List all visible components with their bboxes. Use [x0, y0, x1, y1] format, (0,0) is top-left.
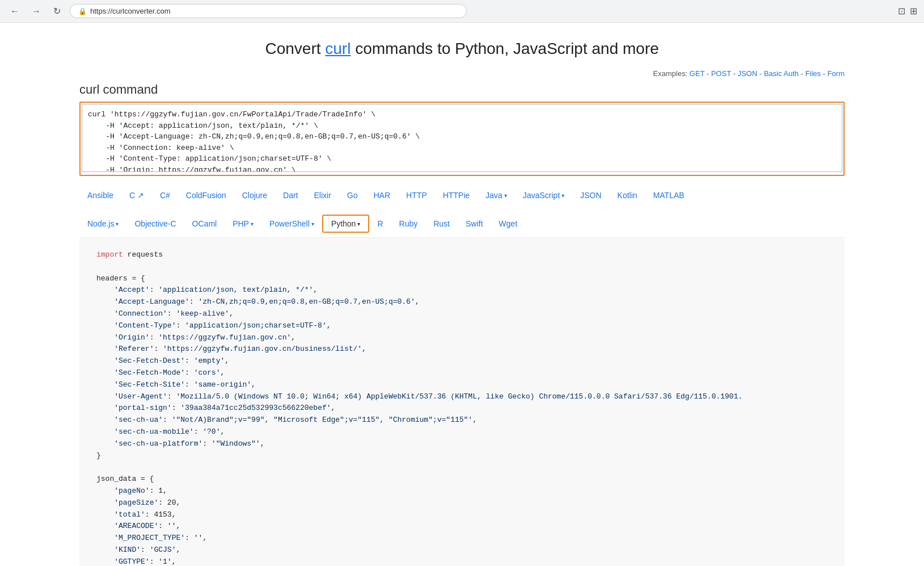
browser-actions: ⊡ ⊞ [898, 6, 917, 16]
back-button[interactable]: ← [7, 5, 23, 18]
browser-bar: ← → ↻ 🔒 https://curlconverter.com ⊡ ⊞ [0, 0, 924, 23]
curl-input-wrapper: curl 'https://ggzyfw.fujian.gov.cn/FwPor… [79, 102, 845, 176]
lang-tabs-row1: Ansible C ↗ C# ColdFusion Clojure Dart E… [79, 187, 845, 203]
example-post[interactable]: POST [711, 69, 731, 78]
curl-link[interactable]: curl [325, 40, 351, 57]
code-line-origin: 'Origin': 'https://ggzyfw.fujian.gov.cn'… [96, 332, 828, 344]
tab-ruby[interactable]: Ruby [391, 215, 426, 233]
tab-ocaml[interactable]: OCaml [184, 215, 225, 233]
page-content: Convert curl commands to Python, JavaScr… [0, 23, 924, 566]
tab-httpie[interactable]: HTTPie [435, 187, 478, 203]
tab-powershell[interactable]: PowerShell ▾ [261, 215, 322, 233]
code-line-sec-fetch-site: 'Sec-Fetch-Site': 'same-origin', [96, 379, 828, 391]
code-line-content-type: 'Content-Type': 'application/json;charse… [96, 320, 828, 332]
tab-json[interactable]: JSON [572, 187, 609, 203]
js-dropdown-arrow: ▾ [562, 192, 564, 199]
window-size-button[interactable]: ⊡ [898, 6, 905, 16]
example-json[interactable]: JSON [737, 69, 757, 78]
lang-tabs-row2: Node.js ▾ Objective-C OCaml PHP ▾ PowerS… [79, 215, 845, 233]
code-line-json-open: json_data = { [96, 473, 828, 485]
code-line-headers-open: headers = { [96, 273, 828, 285]
example-basic-auth[interactable]: Basic Auth [764, 69, 799, 78]
example-files[interactable]: Files [805, 69, 821, 78]
code-line-sec-ch-ua-platform: 'sec-ch-ua-platform': '"Windows"', [96, 438, 828, 450]
tab-wget[interactable]: Wget [491, 215, 525, 233]
tab-python[interactable]: Python ▾ [322, 215, 370, 233]
code-output: import requests headers = { 'Accept': 'a… [79, 237, 845, 566]
example-get[interactable]: GET [690, 69, 705, 78]
tab-nodejs[interactable]: Node.js ▾ [79, 215, 126, 233]
code-line-blank2 [96, 462, 828, 473]
tab-elixir[interactable]: Elixir [306, 187, 339, 203]
tab-objective-c[interactable]: Objective-C [126, 215, 184, 233]
code-line-total: 'total': 4153, [96, 509, 828, 521]
lock-icon: 🔒 [78, 7, 87, 15]
example-form[interactable]: Form [828, 69, 845, 78]
tab-ansible[interactable]: Ansible [79, 187, 121, 203]
curl-input[interactable]: curl 'https://ggzyfw.fujian.gov.cn/FwPor… [82, 104, 842, 172]
grid-button[interactable]: ⊞ [910, 6, 917, 16]
code-line-connection: 'Connection': 'keep-alive', [96, 308, 828, 320]
code-line-accept-lang: 'Accept-Language': 'zh-CN,zh;q=0.9,en;q=… [96, 296, 828, 308]
tab-matlab[interactable]: MATLAB [645, 187, 692, 203]
tab-http[interactable]: HTTP [398, 187, 435, 203]
code-line-sec-fetch-dest: 'Sec-Fetch-Dest': 'empty', [96, 355, 828, 367]
url-text: https://curlconverter.com [90, 7, 171, 15]
code-line-ggtype: 'GGTYPE': '1', [96, 556, 828, 566]
tab-java[interactable]: Java ▾ [478, 187, 515, 203]
nodejs-dropdown-arrow: ▾ [116, 221, 119, 227]
code-line-areacode: 'AREACODE': '', [96, 521, 828, 533]
code-line-headers-close: } [96, 450, 828, 462]
code-line-sec-ch-ua-mobile: 'sec-ch-ua-mobile': '?0', [96, 426, 828, 438]
tab-r[interactable]: R [369, 215, 391, 233]
code-line-sec-fetch-mode: 'Sec-Fetch-Mode': 'cors', [96, 367, 828, 379]
tab-kotlin[interactable]: Kotlin [609, 187, 645, 203]
tab-php[interactable]: PHP ▾ [225, 215, 261, 233]
forward-button[interactable]: → [28, 5, 44, 18]
java-dropdown-arrow: ▾ [504, 192, 507, 199]
code-line-referer: 'Referer': 'https://ggzyfw.fujian.gov.cn… [96, 343, 828, 355]
tab-csharp[interactable]: C# [152, 187, 178, 203]
refresh-button[interactable]: ↻ [50, 5, 64, 18]
tab-c[interactable]: C ↗ [121, 187, 152, 203]
ps-dropdown-arrow: ▾ [311, 221, 314, 227]
code-line-kind: 'KIND': 'GCJS', [96, 544, 828, 556]
address-bar[interactable]: 🔒 https://curlconverter.com [70, 4, 467, 18]
code-line-pageno: 'pageNo': 1, [96, 485, 828, 497]
code-line-pagesize: 'pageSize': 20, [96, 497, 828, 509]
tab-clojure[interactable]: Clojure [234, 187, 275, 203]
code-line-blank1 [96, 261, 828, 273]
tab-har[interactable]: HAR [366, 187, 399, 203]
page-title: Convert curl commands to Python, JavaScr… [79, 40, 845, 58]
code-line-m-project-type: 'M_PROJECT_TYPE': '', [96, 533, 828, 544]
curl-section-label: curl command [79, 82, 845, 97]
code-line-import: import requests [96, 249, 828, 261]
tab-javascript[interactable]: JavaScript ▾ [515, 187, 572, 203]
tab-swift[interactable]: Swift [458, 215, 491, 233]
tab-coldfusion[interactable]: ColdFusion [178, 187, 234, 203]
python-dropdown-arrow: ▾ [357, 221, 360, 227]
code-line-user-agent: 'User-Agent': 'Mozilla/5.0 (Windows NT 1… [96, 391, 828, 403]
tab-dart[interactable]: Dart [275, 187, 306, 203]
examples-bar: Examples: GET - POST - JSON - Basic Auth… [653, 69, 845, 78]
code-line-sec-ch-ua: 'sec-ch-ua': '"Not/A)Brand";v="99", "Mic… [96, 414, 828, 426]
curl-section: curl command curl 'https://ggzyfw.fujian… [79, 82, 845, 176]
tab-rust[interactable]: Rust [425, 215, 458, 233]
code-line-accept: 'Accept': 'application/json, text/plain,… [96, 284, 828, 296]
code-line-portal-sign: 'portal-sign': '39aa384a71cc25d532993c56… [96, 403, 828, 414]
tab-go[interactable]: Go [339, 187, 366, 203]
php-dropdown-arrow: ▾ [251, 221, 254, 227]
